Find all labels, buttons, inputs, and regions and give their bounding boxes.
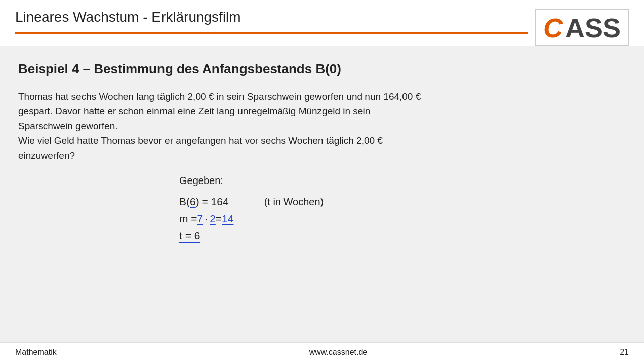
example-title: Beispiel 4 – Bestimmung des Anfangsbesta… — [18, 61, 626, 77]
m-eq: m = — [179, 213, 197, 225]
dot-operator: · — [205, 213, 208, 225]
footer-page: 21 — [620, 348, 629, 357]
problem-text: Thomas hat sechs Wochen lang täglich 2,0… — [18, 89, 602, 163]
problem-line3: Sparschwein geworfen. — [18, 121, 118, 131]
math-line-1: B(6) = 164 (t in Wochen) — [179, 196, 626, 208]
footer-subject: Mathematik — [15, 348, 57, 357]
cass-logo: C ASS — [535, 9, 629, 46]
math-comment-wochen: (t in Wochen) — [264, 196, 324, 208]
logo-c-letter: C — [543, 14, 563, 41]
t-line-container: t = 6 — [179, 230, 200, 243]
math-6-underlined: 6 — [190, 196, 196, 208]
main-content: Beispiel 4 – Bestimmung des Anfangsbesta… — [0, 46, 644, 342]
header-divider — [15, 32, 528, 34]
problem-line4: Wie viel Geld hatte Thomas bevor er ange… — [18, 135, 383, 146]
b-open: B( — [179, 196, 190, 208]
problem-line5: einzuwerfen? — [18, 150, 75, 161]
math-line-2: m = 7·2 = 14 — [179, 213, 626, 225]
b-close-eq: ) = 164 — [196, 196, 229, 208]
header-title: Lineares Wachstum - Erklärungsfilm — [15, 9, 528, 32]
problem-line1: Thomas hat sechs Wochen lang täglich 2,0… — [18, 91, 421, 102]
math-line-3: t = 6 — [179, 230, 626, 243]
logo-ass-letters: ASS — [565, 14, 621, 41]
equals-14-pre: = — [216, 213, 222, 225]
gegeben-label: Gegeben: — [179, 175, 626, 187]
math-t-6: 6 — [194, 230, 200, 241]
math-section: Gegeben: B(6) = 164 (t in Wochen) m = 7·… — [18, 175, 626, 243]
header: Lineares Wachstum - Erklärungsfilm C ASS — [0, 0, 644, 46]
math-7-underlined: 7 — [197, 213, 203, 225]
header-left: Lineares Wachstum - Erklärungsfilm — [15, 9, 528, 34]
footer-url: www.cassnet.de — [309, 348, 368, 357]
logo-area: C ASS — [528, 9, 629, 46]
math-14-underlined: 14 — [222, 213, 233, 225]
math-lines: B(6) = 164 (t in Wochen) m = 7·2 = 14 t … — [179, 196, 626, 243]
footer: Mathematik www.cassnet.de 21 — [0, 342, 644, 362]
problem-line2: gespart. Davor hatte er schon einmal ein… — [18, 106, 370, 116]
t-eq: t = — [179, 230, 194, 241]
math-2-underlined: 2 — [210, 213, 216, 225]
